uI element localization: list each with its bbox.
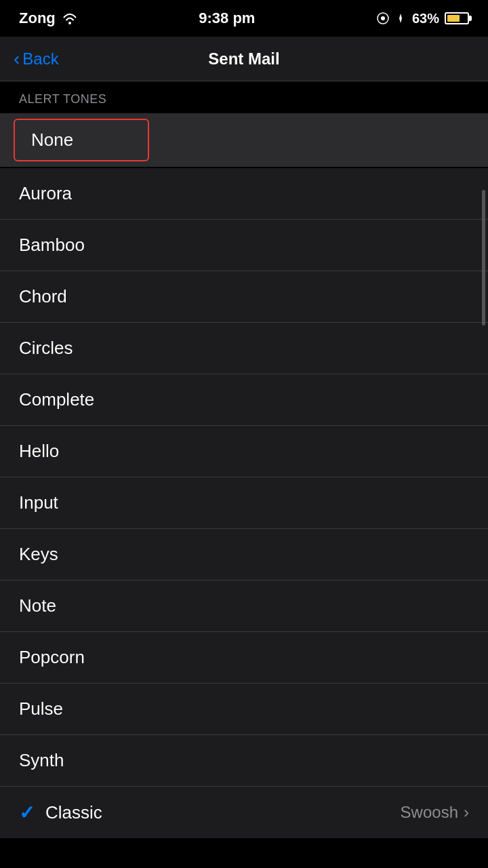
tone-label-note: Note [19,595,56,616]
none-item[interactable]: None [0,113,488,167]
chevron-left-icon: ‹ [14,50,20,68]
scrollbar[interactable] [482,190,485,326]
list-item-note[interactable]: Note [0,580,488,632]
battery-percent: 63% [412,11,439,26]
tone-label-chord: Chord [19,286,67,307]
none-label: None [31,130,73,150]
swoosh-label: Swoosh [401,803,458,822]
status-bar: Zong 9:38 pm 63% [0,0,488,37]
tone-label-circles: Circles [19,338,73,359]
list-item-pulse[interactable]: Pulse [0,684,488,735]
list-item-input[interactable]: Input [0,477,488,529]
battery-icon [445,12,469,24]
tone-label-complete: Complete [19,389,94,410]
tone-label-input: Input [19,492,58,513]
list-item-complete[interactable]: Complete [0,374,488,426]
svg-point-2 [381,16,385,20]
page-title: Sent Mail [208,50,279,68]
status-time: 9:38 pm [199,9,255,27]
tone-label-classic: Classic [45,802,102,823]
status-right: 63% [377,11,469,26]
list-item-bamboo[interactable]: Bamboo [0,220,488,271]
tone-label-synth: Synth [19,750,64,771]
tone-label-pulse: Pulse [19,698,63,719]
back-label: Back [22,50,58,68]
compass-icon [394,12,407,24]
section-header-text: ALERT TONES [19,92,106,106]
tone-label-hello: Hello [19,441,59,462]
chevron-right-icon: › [464,803,469,822]
location-icon [377,12,389,24]
wifi-icon [62,12,77,24]
checkmark-icon: ✓ [19,802,35,824]
svg-point-0 [68,22,71,24]
tone-label-aurora: Aurora [19,183,72,204]
section-header: ALERT TONES [0,81,488,113]
list-item-synth[interactable]: Synth [0,735,488,787]
back-button[interactable]: ‹ Back [14,50,59,68]
classic-item-right: Swoosh › [401,803,469,822]
nav-bar: ‹ Back Sent Mail [0,37,488,81]
tone-label-popcorn: Popcorn [19,647,85,668]
tone-list: Aurora Bamboo Chord Circles Complete Hel… [0,168,488,838]
list-item-popcorn[interactable]: Popcorn [0,632,488,684]
list-item-aurora[interactable]: Aurora [0,168,488,220]
tone-label-bamboo: Bamboo [19,235,85,256]
status-left: Zong [19,9,77,27]
list-item-chord[interactable]: Chord [0,271,488,323]
carrier-name: Zong [19,9,56,27]
list-item-circles[interactable]: Circles [0,323,488,374]
list-item-classic[interactable]: ✓ Classic Swoosh › [0,787,488,838]
list-item-keys[interactable]: Keys [0,529,488,580]
tone-label-keys: Keys [19,544,58,565]
list-item-hello[interactable]: Hello [0,426,488,477]
